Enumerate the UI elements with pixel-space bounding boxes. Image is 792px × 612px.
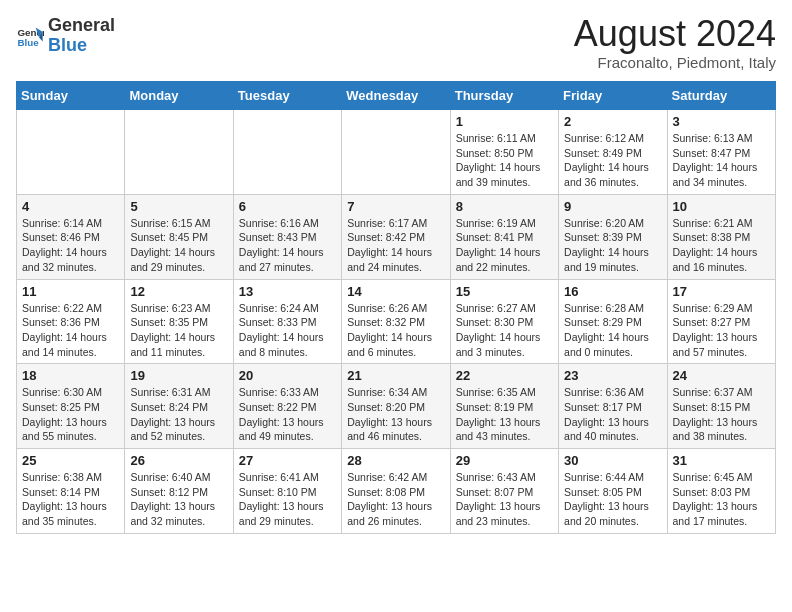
day-cell <box>125 110 233 195</box>
day-number: 7 <box>347 199 444 214</box>
day-info: Sunrise: 6:22 AMSunset: 8:36 PMDaylight:… <box>22 301 119 360</box>
day-info: Sunrise: 6:33 AMSunset: 8:22 PMDaylight:… <box>239 385 336 444</box>
day-cell: 12Sunrise: 6:23 AMSunset: 8:35 PMDayligh… <box>125 279 233 364</box>
day-cell: 1Sunrise: 6:11 AMSunset: 8:50 PMDaylight… <box>450 110 558 195</box>
day-info: Sunrise: 6:41 AMSunset: 8:10 PMDaylight:… <box>239 470 336 529</box>
page-header: General Blue General Blue August 2024 Fr… <box>16 16 776 71</box>
day-info: Sunrise: 6:19 AMSunset: 8:41 PMDaylight:… <box>456 216 553 275</box>
header-sunday: Sunday <box>17 82 125 110</box>
day-info: Sunrise: 6:21 AMSunset: 8:38 PMDaylight:… <box>673 216 770 275</box>
day-cell: 25Sunrise: 6:38 AMSunset: 8:14 PMDayligh… <box>17 449 125 534</box>
day-cell: 13Sunrise: 6:24 AMSunset: 8:33 PMDayligh… <box>233 279 341 364</box>
day-info: Sunrise: 6:14 AMSunset: 8:46 PMDaylight:… <box>22 216 119 275</box>
day-cell <box>17 110 125 195</box>
day-number: 15 <box>456 284 553 299</box>
logo-general: General <box>48 16 115 36</box>
day-number: 14 <box>347 284 444 299</box>
day-info: Sunrise: 6:17 AMSunset: 8:42 PMDaylight:… <box>347 216 444 275</box>
day-cell: 11Sunrise: 6:22 AMSunset: 8:36 PMDayligh… <box>17 279 125 364</box>
day-cell: 9Sunrise: 6:20 AMSunset: 8:39 PMDaylight… <box>559 194 667 279</box>
location-subtitle: Fraconalto, Piedmont, Italy <box>574 54 776 71</box>
day-number: 20 <box>239 368 336 383</box>
day-cell: 28Sunrise: 6:42 AMSunset: 8:08 PMDayligh… <box>342 449 450 534</box>
day-cell: 26Sunrise: 6:40 AMSunset: 8:12 PMDayligh… <box>125 449 233 534</box>
day-number: 5 <box>130 199 227 214</box>
day-info: Sunrise: 6:44 AMSunset: 8:05 PMDaylight:… <box>564 470 661 529</box>
day-header-row: SundayMondayTuesdayWednesdayThursdayFrid… <box>17 82 776 110</box>
day-cell <box>342 110 450 195</box>
week-row-2: 4Sunrise: 6:14 AMSunset: 8:46 PMDaylight… <box>17 194 776 279</box>
day-info: Sunrise: 6:31 AMSunset: 8:24 PMDaylight:… <box>130 385 227 444</box>
day-cell: 20Sunrise: 6:33 AMSunset: 8:22 PMDayligh… <box>233 364 341 449</box>
day-info: Sunrise: 6:36 AMSunset: 8:17 PMDaylight:… <box>564 385 661 444</box>
calendar-table: SundayMondayTuesdayWednesdayThursdayFrid… <box>16 81 776 534</box>
day-info: Sunrise: 6:24 AMSunset: 8:33 PMDaylight:… <box>239 301 336 360</box>
header-saturday: Saturday <box>667 82 775 110</box>
day-info: Sunrise: 6:37 AMSunset: 8:15 PMDaylight:… <box>673 385 770 444</box>
day-number: 21 <box>347 368 444 383</box>
day-info: Sunrise: 6:43 AMSunset: 8:07 PMDaylight:… <box>456 470 553 529</box>
logo-blue: Blue <box>48 36 115 56</box>
day-cell: 8Sunrise: 6:19 AMSunset: 8:41 PMDaylight… <box>450 194 558 279</box>
day-cell: 23Sunrise: 6:36 AMSunset: 8:17 PMDayligh… <box>559 364 667 449</box>
month-year-title: August 2024 <box>574 16 776 52</box>
day-cell: 31Sunrise: 6:45 AMSunset: 8:03 PMDayligh… <box>667 449 775 534</box>
day-number: 29 <box>456 453 553 468</box>
week-row-1: 1Sunrise: 6:11 AMSunset: 8:50 PMDaylight… <box>17 110 776 195</box>
logo: General Blue General Blue <box>16 16 115 56</box>
day-info: Sunrise: 6:42 AMSunset: 8:08 PMDaylight:… <box>347 470 444 529</box>
day-info: Sunrise: 6:15 AMSunset: 8:45 PMDaylight:… <box>130 216 227 275</box>
day-cell: 10Sunrise: 6:21 AMSunset: 8:38 PMDayligh… <box>667 194 775 279</box>
day-info: Sunrise: 6:28 AMSunset: 8:29 PMDaylight:… <box>564 301 661 360</box>
day-number: 18 <box>22 368 119 383</box>
day-number: 17 <box>673 284 770 299</box>
day-cell: 21Sunrise: 6:34 AMSunset: 8:20 PMDayligh… <box>342 364 450 449</box>
day-cell <box>233 110 341 195</box>
header-monday: Monday <box>125 82 233 110</box>
day-number: 10 <box>673 199 770 214</box>
day-number: 22 <box>456 368 553 383</box>
day-info: Sunrise: 6:23 AMSunset: 8:35 PMDaylight:… <box>130 301 227 360</box>
day-cell: 18Sunrise: 6:30 AMSunset: 8:25 PMDayligh… <box>17 364 125 449</box>
header-wednesday: Wednesday <box>342 82 450 110</box>
day-cell: 19Sunrise: 6:31 AMSunset: 8:24 PMDayligh… <box>125 364 233 449</box>
day-info: Sunrise: 6:26 AMSunset: 8:32 PMDaylight:… <box>347 301 444 360</box>
day-cell: 14Sunrise: 6:26 AMSunset: 8:32 PMDayligh… <box>342 279 450 364</box>
day-cell: 29Sunrise: 6:43 AMSunset: 8:07 PMDayligh… <box>450 449 558 534</box>
header-thursday: Thursday <box>450 82 558 110</box>
title-block: August 2024 Fraconalto, Piedmont, Italy <box>574 16 776 71</box>
day-cell: 6Sunrise: 6:16 AMSunset: 8:43 PMDaylight… <box>233 194 341 279</box>
header-friday: Friday <box>559 82 667 110</box>
day-number: 24 <box>673 368 770 383</box>
day-cell: 30Sunrise: 6:44 AMSunset: 8:05 PMDayligh… <box>559 449 667 534</box>
day-info: Sunrise: 6:12 AMSunset: 8:49 PMDaylight:… <box>564 131 661 190</box>
day-info: Sunrise: 6:38 AMSunset: 8:14 PMDaylight:… <box>22 470 119 529</box>
day-info: Sunrise: 6:40 AMSunset: 8:12 PMDaylight:… <box>130 470 227 529</box>
day-number: 6 <box>239 199 336 214</box>
day-number: 1 <box>456 114 553 129</box>
week-row-4: 18Sunrise: 6:30 AMSunset: 8:25 PMDayligh… <box>17 364 776 449</box>
day-number: 4 <box>22 199 119 214</box>
day-cell: 22Sunrise: 6:35 AMSunset: 8:19 PMDayligh… <box>450 364 558 449</box>
day-cell: 2Sunrise: 6:12 AMSunset: 8:49 PMDaylight… <box>559 110 667 195</box>
day-info: Sunrise: 6:20 AMSunset: 8:39 PMDaylight:… <box>564 216 661 275</box>
day-number: 19 <box>130 368 227 383</box>
day-number: 28 <box>347 453 444 468</box>
day-number: 27 <box>239 453 336 468</box>
header-tuesday: Tuesday <box>233 82 341 110</box>
svg-text:Blue: Blue <box>17 37 39 48</box>
day-number: 11 <box>22 284 119 299</box>
day-number: 25 <box>22 453 119 468</box>
day-info: Sunrise: 6:11 AMSunset: 8:50 PMDaylight:… <box>456 131 553 190</box>
day-number: 13 <box>239 284 336 299</box>
day-number: 26 <box>130 453 227 468</box>
day-info: Sunrise: 6:27 AMSunset: 8:30 PMDaylight:… <box>456 301 553 360</box>
day-number: 3 <box>673 114 770 129</box>
day-cell: 4Sunrise: 6:14 AMSunset: 8:46 PMDaylight… <box>17 194 125 279</box>
day-cell: 17Sunrise: 6:29 AMSunset: 8:27 PMDayligh… <box>667 279 775 364</box>
day-info: Sunrise: 6:13 AMSunset: 8:47 PMDaylight:… <box>673 131 770 190</box>
day-cell: 7Sunrise: 6:17 AMSunset: 8:42 PMDaylight… <box>342 194 450 279</box>
day-cell: 24Sunrise: 6:37 AMSunset: 8:15 PMDayligh… <box>667 364 775 449</box>
day-info: Sunrise: 6:35 AMSunset: 8:19 PMDaylight:… <box>456 385 553 444</box>
day-number: 2 <box>564 114 661 129</box>
